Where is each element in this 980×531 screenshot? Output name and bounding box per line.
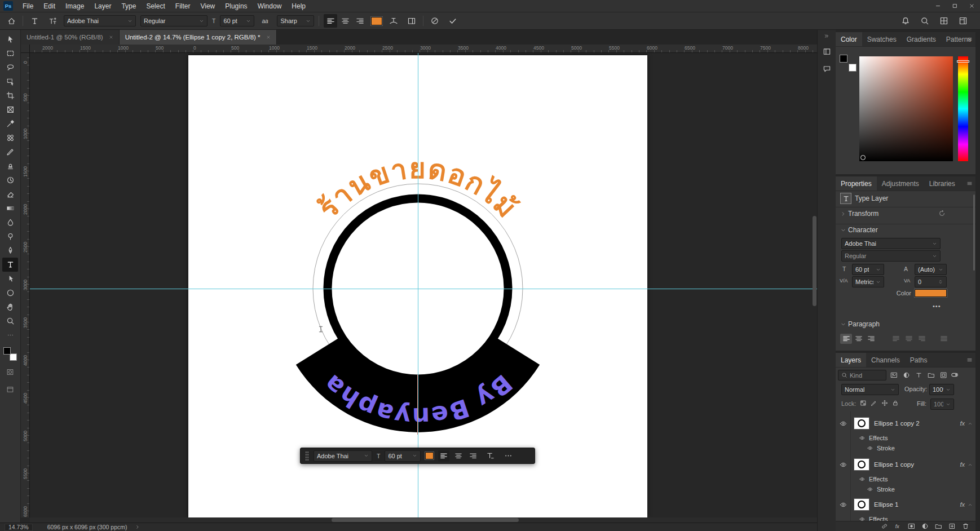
app-logo[interactable]: Ps [3,1,13,11]
lock-all-button[interactable] [891,399,899,408]
layer-filter-kind-select[interactable]: Kind [838,370,886,380]
align-left-button[interactable] [324,14,337,28]
layer-visibility-toggle[interactable] [836,501,850,508]
vertical-ruler[interactable]: 0500100015002000250030003500400045005000… [21,53,30,517]
floating-font-family-select[interactable]: Adobe Thai [314,450,372,462]
dodge-tool[interactable] [2,229,18,244]
document-viewport[interactable]: ร้านขายดอกไม้ By Benyapha Adobe Thai T [30,53,817,517]
layer-visibility-toggle[interactable] [836,420,850,427]
blend-mode-select[interactable]: Normal [841,384,899,395]
paragraph-align-center-button[interactable] [853,334,864,344]
paragraph-expander-icon[interactable] [840,321,846,328]
marquee-tool[interactable] [2,46,18,60]
foreground-color-chip[interactable] [3,347,11,355]
layer-thumbnail[interactable] [854,458,869,471]
cancel-edits-button[interactable] [428,14,442,28]
layers-tab-channels[interactable]: Channels [866,353,905,367]
color-tab-color[interactable]: Color [836,32,862,46]
collapse-effects-button[interactable] [968,421,973,426]
reset-transform-icon[interactable] [938,210,946,217]
properties-scrollbar[interactable] [973,194,975,271]
ellipse-tool[interactable] [2,286,18,300]
font-size-select[interactable]: 60 pt [220,15,254,26]
quick-mask-button[interactable] [2,365,18,379]
layer-thumbnail[interactable] [854,498,869,511]
new-layer-button[interactable] [948,522,956,530]
text-orientation-toggle[interactable] [46,14,59,28]
layer-effect-row[interactable]: Effects [836,474,975,484]
drag-handle-icon[interactable] [305,451,309,461]
commit-edits-button[interactable] [446,14,460,28]
path-selection-tool[interactable] [2,272,18,286]
menu-edit[interactable]: Edit [38,0,60,12]
mask-button[interactable] [907,522,916,530]
pen-tool[interactable] [2,244,18,258]
healing-tool[interactable] [2,131,18,145]
hue-slider-marker[interactable] [957,60,969,63]
filter-image-button[interactable] [889,370,899,380]
layer-row[interactable]: Ellipse 1 copy 2fx [836,415,975,432]
menu-select[interactable]: Select [141,0,170,12]
floating-align-left-button[interactable] [438,450,449,462]
tab-close-button[interactable] [266,35,271,39]
paragraph-section-label[interactable]: Paragraph [848,320,880,328]
horizontal-scrollbar[interactable] [30,517,817,523]
floating-font-size-select[interactable]: 60 pt [385,450,421,462]
char-font-family-select[interactable]: Adobe Thai [841,238,941,249]
char-kerning-select[interactable]: Metrics [852,276,884,287]
anti-alias-select[interactable]: Sharp [277,15,314,26]
opacity-select[interactable]: 100% [929,384,954,395]
paragraph-align-right-button[interactable] [865,334,877,344]
filter-smart-object-button[interactable] [938,370,948,380]
lasso-tool[interactable] [2,60,18,74]
blur-tool[interactable] [2,215,18,229]
layer-row[interactable]: Ellipse 1fx [836,496,975,513]
layer-effect-row[interactable]: Stroke [836,443,975,453]
delete-button[interactable] [961,522,970,530]
layer-effect-row[interactable]: Effects [836,433,975,443]
filter-type-filter-button[interactable] [913,370,924,380]
link-button[interactable] [880,522,889,530]
properties-tab-properties[interactable]: Properties [836,176,877,191]
paragraph-justify-left-button[interactable] [890,334,902,344]
transform-section-label[interactable]: Transform [848,210,879,218]
effect-visibility-toggle[interactable] [859,435,865,441]
warp-text-button[interactable] [387,14,400,28]
char-font-style-select[interactable]: Regular [841,250,941,262]
object-selection-tool[interactable] [2,74,18,88]
paragraph-align-left-button[interactable] [840,334,852,344]
effect-visibility-toggle[interactable] [867,486,873,492]
floating-color-swatch[interactable] [425,452,434,459]
group-button[interactable] [934,522,943,530]
foreground-background-colors[interactable] [3,347,17,361]
hand-tool[interactable] [2,300,18,314]
filter-adjustment-button[interactable] [901,370,911,380]
horizontal-guide[interactable] [30,289,817,289]
horizontal-ruler[interactable]: 2000150010005000500100015002000250030003… [30,45,817,53]
collapse-effects-button[interactable] [968,462,973,467]
lock-pixels-button[interactable] [870,399,878,408]
background-color-swatch[interactable] [849,64,857,72]
eraser-tool[interactable] [2,187,18,201]
layer-thumbnail[interactable] [854,417,869,430]
filter-folder-button[interactable] [926,370,936,380]
properties-tab-libraries[interactable]: Libraries [924,176,960,191]
panel-grid-button[interactable] [937,14,951,28]
lock-position-button[interactable] [881,399,889,408]
hue-slider[interactable] [958,56,968,161]
clone-stamp-tool[interactable] [2,159,18,173]
menu-type[interactable]: Type [116,0,141,12]
type-tool[interactable] [2,258,18,272]
scrollbar-thumb[interactable] [332,518,519,522]
workspace-button[interactable] [956,14,970,28]
foreground-color-swatch[interactable] [840,55,847,63]
properties-tab-adjustments[interactable]: Adjustments [877,176,924,191]
color-tab-gradients[interactable]: Gradients [902,32,941,46]
panel-menu-icon[interactable] [966,36,973,42]
adjustment-new-button[interactable] [921,522,929,530]
fill-select[interactable]: 100% [930,399,954,410]
layers-tab-layers[interactable]: Layers [836,353,866,367]
foreground-background-swatches[interactable] [840,55,857,72]
layer-row[interactable]: Ellipse 1 copyfx [836,456,975,473]
menu-image[interactable]: Image [60,0,89,12]
